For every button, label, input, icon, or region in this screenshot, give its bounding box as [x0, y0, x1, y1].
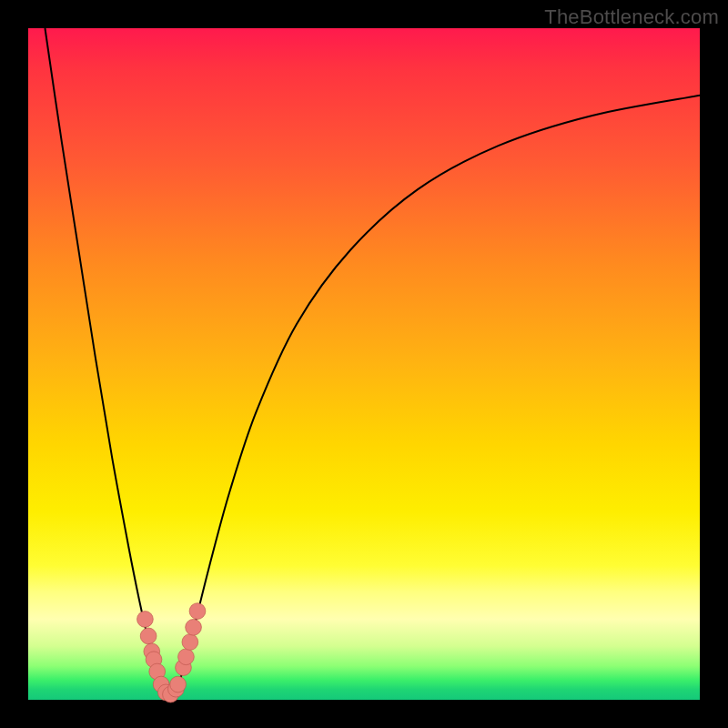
notch-marker — [178, 649, 195, 665]
outer-frame: TheBottleneck.com — [0, 0, 728, 728]
notch-marker — [189, 603, 206, 620]
notch-marker — [186, 619, 202, 635]
notch-marker — [140, 628, 157, 644]
notch-marker-group — [137, 603, 206, 703]
notch-marker — [170, 676, 187, 693]
curve-layer — [28, 28, 700, 700]
curve-right-branch — [169, 96, 700, 697]
notch-marker — [137, 612, 154, 628]
watermark-text: TheBottleneck.com — [544, 5, 719, 29]
curve-left-branch — [45, 28, 169, 696]
notch-marker — [182, 634, 198, 651]
